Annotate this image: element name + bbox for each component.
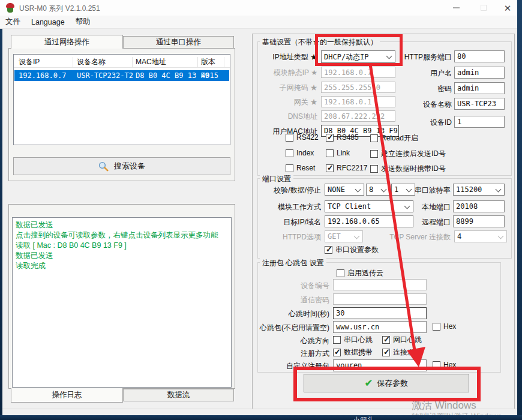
chevron-down-icon [355, 187, 361, 193]
desktop-edge-left [0, 29, 2, 415]
device-list: 设备IP 设备名称 MAC地址 版本 192.168.0.7 USR-TCP23… [13, 54, 230, 145]
chevron-down-icon [498, 233, 504, 239]
baud-select[interactable]: 115200 [453, 184, 505, 196]
log-line: 读取 [ Mac : D8 B0 4C B9 13 F9 ] [16, 241, 228, 251]
heartbeat-packet-label: 心跳包(不启用请置空) [254, 323, 329, 333]
password-input[interactable]: admin [454, 82, 505, 94]
checkbox-rs485[interactable]: RS485 [326, 133, 359, 142]
httpd-select[interactable]: GET [325, 230, 363, 242]
custom-register-label: 自定义注册包 [254, 361, 329, 371]
checkbox-reload[interactable]: Reload开启 [370, 133, 418, 143]
parity-label: 校验/数据/停止 [254, 185, 321, 196]
menu-language[interactable]: Language [26, 18, 70, 26]
cell-device-ip: 192.168.0.7 [19, 71, 66, 80]
save-params-label: 保存参数 [377, 378, 408, 389]
target-ip-label: 目标IP/域名 [254, 217, 321, 227]
checkbox-data-carry[interactable]: 数据携带 [333, 347, 373, 358]
remote-port-input[interactable]: 8899 [453, 215, 505, 227]
tab-operation-log[interactable]: 操作日志 [11, 388, 123, 403]
heartbeat-packet-input[interactable]: www.usr.cn [333, 321, 427, 333]
checkbox-send-on-connect[interactable]: 连接发送 [382, 347, 422, 358]
chevron-down-icon [381, 187, 387, 193]
checkbox-net-heartbeat[interactable]: 网口心跳 [382, 335, 422, 345]
app-icon [5, 3, 15, 13]
checkbox-rs422[interactable]: RS422 [286, 133, 319, 142]
device-name-label: 设备名称 [395, 100, 452, 110]
title-bar: USR-M0 系列 V2.1.0.251 ✕ [0, 0, 522, 16]
log-line: 数据已发送 [16, 251, 228, 261]
tab-data-stream[interactable]: 数据流 [123, 389, 234, 401]
tab-operate-via-lan[interactable]: 通过网络操作 [11, 35, 123, 49]
cell-mac: D8 B0 4C B9 13 F9 [136, 71, 209, 80]
maximize-icon [481, 5, 487, 11]
ip-type-select[interactable]: DHCP/动态IP [321, 50, 395, 63]
dns-input[interactable]: 208.67.222.222 [321, 110, 395, 122]
tcp-server-conn-label: TCP Server 连接数 [373, 232, 451, 242]
workmode-label: 模块工作方式 [254, 202, 321, 212]
port-settings-title: 端口设置 [260, 174, 293, 184]
password-label: 密码 [395, 84, 452, 94]
heartbeat-time-label: 心跳时间(秒) [254, 309, 329, 319]
checkbox-link[interactable]: Link [326, 149, 350, 157]
checkbox-serial-heartbeat[interactable]: 串口心跳 [333, 335, 373, 345]
gateway-input[interactable]: 192.168.0.1 [321, 96, 395, 107]
minimize-button[interactable] [444, 0, 468, 16]
checkbox-rfc2217[interactable]: RFC2217 [326, 164, 367, 172]
custom-register-input[interactable]: youren [333, 359, 427, 371]
username-input[interactable]: admin [454, 67, 505, 79]
chevron-down-icon [496, 187, 502, 193]
checkbox-custom-register-hex[interactable]: Hex [433, 361, 456, 369]
operation-log[interactable]: 数据已发送 点击搜到的设备可读取参数，右键点击设备列表显示更多功能 读取 [ M… [12, 217, 232, 388]
window-title: USR-M0 系列 V2.1.0.251 [19, 4, 100, 14]
username-label: 用户名 [395, 68, 452, 79]
desktop-edge-right [517, 0, 522, 420]
chevron-down-icon [354, 233, 360, 239]
device-id-label: 设备ID [395, 118, 452, 128]
log-line: 数据已发送 [16, 220, 228, 230]
checkbox-send-id-on-connect[interactable]: 建立连接后发送ID号 [370, 149, 446, 159]
checkbox-heartbeat-hex[interactable]: Hex [433, 322, 456, 331]
device-row-selected[interactable]: 192.168.0.7 USR-TCP232-T2 D8 B0 4C B9 13… [14, 70, 229, 81]
checkbox-enable-cloud[interactable]: 启用透传云 [337, 268, 383, 278]
checkbox-send-id-with-data[interactable]: 发送数据时携带ID号 [370, 164, 446, 174]
device-id-input[interactable]: 1 [454, 116, 505, 128]
taskbar-text-fragment: 小箭头 [353, 415, 374, 420]
log-line: 读取完成 [16, 261, 228, 271]
search-device-label: 搜索设备 [114, 161, 145, 172]
activate-windows-watermark: 激活 Windows [412, 398, 476, 412]
maximize-button[interactable] [472, 0, 496, 16]
menu-file[interactable]: 文件 [0, 17, 26, 27]
ip-type-label: IP地址类型 ★ [255, 52, 317, 62]
close-button[interactable]: ✕ [496, 0, 520, 16]
heartbeat-time-input[interactable]: 30 [333, 307, 427, 319]
checkbox-reset[interactable]: Reset [286, 164, 315, 172]
httpd-label: HTTPD选项 [254, 232, 321, 242]
save-params-button[interactable]: ✔ 保存参数 [304, 374, 469, 392]
dns-label: DNS地址 [255, 112, 317, 122]
log-line: 点击搜到的设备可读取参数，右键点击设备列表显示更多功能 [16, 230, 228, 241]
green-check-icon: ✔ [365, 379, 373, 388]
device-name-input[interactable]: USR-TCP23 [454, 98, 505, 110]
static-ip-label: 模块静态IP ★ [255, 68, 317, 78]
search-device-button[interactable]: 搜索设备 [13, 157, 230, 175]
comm-password-input[interactable] [333, 293, 427, 305]
checkbox-index[interactable]: Index [286, 149, 314, 157]
device-list-header: 设备IP 设备名称 MAC地址 版本 [14, 55, 230, 68]
col-device-ip: 设备IP [19, 57, 40, 67]
tcp-server-conn-select[interactable]: 4 [454, 230, 507, 242]
static-ip-input[interactable]: 192.168.0.7 [321, 67, 395, 78]
comm-password-label: 通信密码 [254, 295, 329, 305]
baud-label: 串口波特率 [397, 185, 451, 196]
settings-panel: 基础设置（不带★的一般保持默认） IP地址类型 ★ DHCP/动态IP HTTP… [252, 34, 515, 410]
app-window: USR-M0 系列 V2.1.0.251 ✕ 文件 Language 帮助 通过… [0, 0, 522, 420]
local-port-input[interactable]: 20108 [453, 200, 505, 212]
subnet-mask-input[interactable]: 255.255.255.0 [321, 82, 395, 93]
http-port-input[interactable]: 80 [454, 50, 505, 62]
tab-operate-via-com[interactable]: 通过串口操作 [123, 36, 234, 49]
local-port-label: 本地端口 [397, 202, 451, 212]
parity-select[interactable]: NONE [325, 184, 364, 196]
checkbox-serial-set-params[interactable]: 串口设置参数 [325, 245, 379, 255]
menu-help[interactable]: 帮助 [70, 17, 96, 27]
data-bits-select[interactable]: 8 [366, 184, 390, 196]
device-number-input[interactable] [333, 279, 427, 290]
